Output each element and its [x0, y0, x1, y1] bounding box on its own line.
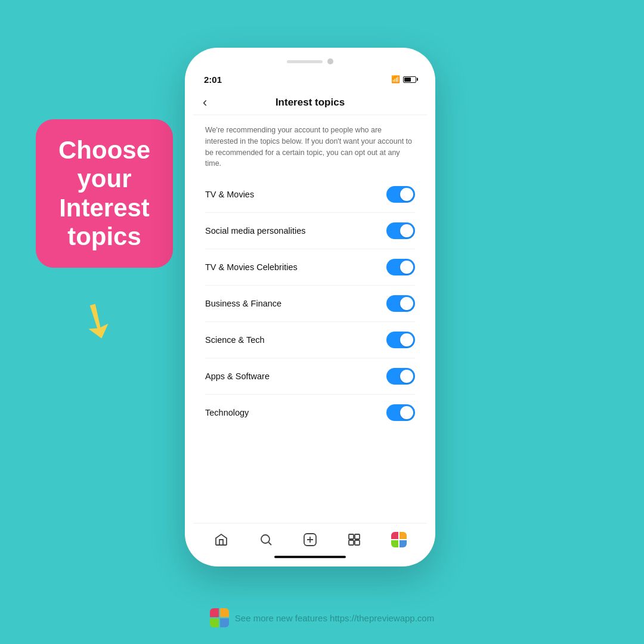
logo-cell-green: [210, 618, 219, 627]
svg-rect-5: [349, 534, 354, 539]
topic-item: Business & Finance: [205, 286, 415, 322]
nav-add-icon[interactable]: [301, 531, 319, 549]
battery-icon: [403, 76, 416, 83]
toggle-tv-movies[interactable]: [386, 186, 415, 203]
battery-fill: [404, 78, 411, 82]
toggle-apps-software[interactable]: [386, 368, 415, 385]
topic-name: TV & Movies Celebrities: [205, 262, 298, 272]
toggle-technology[interactable]: [386, 404, 415, 421]
speaker-bar: [287, 60, 323, 63]
camera-dot: [327, 58, 333, 64]
toggle-social-media[interactable]: [386, 222, 415, 239]
topic-name: Technology: [205, 408, 249, 417]
toggle-business-finance[interactable]: [386, 295, 415, 312]
logo-cell-red: [210, 608, 219, 617]
status-icons: 📶: [391, 75, 416, 83]
topic-name: Social media personalities: [205, 226, 305, 236]
interest-label: Choose your Interest topics: [36, 119, 173, 268]
app-header: ‹ Interest topics: [193, 88, 427, 115]
svg-rect-7: [349, 540, 354, 545]
topic-name: Business & Finance: [205, 299, 281, 308]
logo-cell-orange: [220, 608, 229, 617]
topic-item: Apps & Software: [205, 358, 415, 395]
home-indicator: [274, 556, 346, 558]
topic-item: TV & Movies Celebrities: [205, 249, 415, 286]
phone-frame: 2:01 📶 ‹ Interest topics We're recommend…: [185, 48, 435, 566]
topic-name: Science & Tech: [205, 335, 265, 345]
screen-title: Interest topics: [275, 97, 345, 109]
logo-cell-blue: [220, 618, 229, 627]
footer: See more new features https://thepreview…: [0, 608, 644, 627]
topic-item: Science & Tech: [205, 322, 415, 358]
svg-rect-6: [355, 534, 360, 539]
footer-logo: [210, 608, 229, 627]
description-text: We're recommending your account to peopl…: [193, 115, 427, 177]
back-button[interactable]: ‹: [203, 95, 207, 110]
wifi-icon: 📶: [391, 75, 400, 83]
status-time: 2:01: [204, 75, 222, 85]
phone-speaker: [193, 58, 427, 64]
arrow-icon: ➘: [66, 286, 129, 354]
topic-list: TV & Movies Social media personalities T…: [193, 177, 427, 523]
bottom-nav: [193, 523, 427, 553]
topic-item: Technology: [205, 395, 415, 431]
status-bar: 2:01 📶: [193, 67, 427, 88]
toggle-tv-celebrities[interactable]: [386, 259, 415, 275]
phone-mockup: 2:01 📶 ‹ Interest topics We're recommend…: [185, 48, 435, 566]
topic-item: TV & Movies: [205, 177, 415, 213]
nav-grid-icon[interactable]: [345, 531, 363, 549]
svg-point-0: [261, 535, 270, 543]
app-screen: ‹ Interest topics We're recommending you…: [193, 88, 427, 558]
topic-name: Apps & Software: [205, 371, 270, 381]
svg-rect-8: [355, 540, 360, 545]
label-text: Choose your Interest topics: [58, 136, 150, 250]
svg-line-1: [268, 543, 271, 546]
nav-home-icon[interactable]: [212, 531, 230, 549]
nav-search-icon[interactable]: [257, 531, 275, 549]
footer-text: See more new features https://thepreview…: [235, 613, 434, 623]
topic-name: TV & Movies: [205, 190, 254, 199]
toggle-science-tech[interactable]: [386, 332, 415, 348]
topic-item: Social media personalities: [205, 213, 415, 249]
nav-color-icon[interactable]: [390, 531, 408, 549]
battery-body: [403, 76, 416, 83]
